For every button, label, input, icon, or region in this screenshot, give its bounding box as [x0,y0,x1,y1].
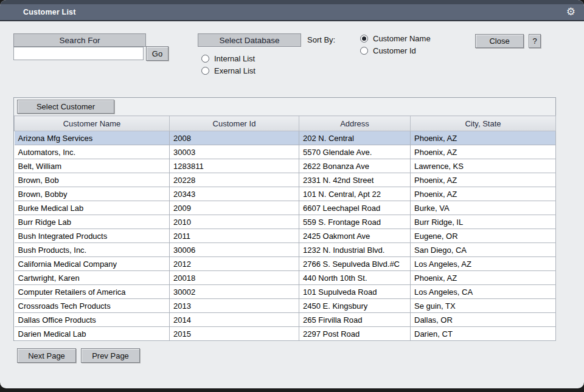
go-button[interactable]: Go [146,46,169,61]
table-cell[interactable]: Arizona Mfg Services [15,131,170,145]
table-row[interactable]: Computer Retailers of America30002101 Su… [15,285,556,299]
select-customer-button[interactable]: Select Customer [17,100,114,114]
table-cell[interactable]: San Diego, CA [411,243,556,257]
table-row[interactable]: Burke Medical Lab20096607 Leechapel Road… [15,201,556,215]
table-row[interactable]: California Medical Company20122766 S. Se… [15,257,556,271]
next-page-button[interactable]: Next Page [17,348,76,363]
table-cell[interactable]: Burke Medical Lab [15,201,170,215]
table-cell[interactable]: California Medical Company [15,257,170,271]
table-cell[interactable]: Bush Products, Inc. [15,243,170,257]
table-cell[interactable]: 101 N. Central, Apt 22 [299,187,411,201]
table-cell[interactable]: Eugene, OR [411,229,556,243]
table-row[interactable]: Cartwright, Karen20018440 North 10th St.… [15,271,556,285]
table-cell[interactable]: 2010 [170,215,299,229]
table-cell[interactable]: 1283811 [170,159,299,173]
table-cell[interactable]: 2009 [170,201,299,215]
table-cell[interactable]: Lawrence, KS [411,159,556,173]
table-cell[interactable]: Brown, Bobby [15,187,170,201]
table-header-row: Customer NameCustomer IdAddressCity, Sta… [15,116,556,131]
table-cell[interactable]: 440 North 10th St. [299,271,411,285]
column-header[interactable]: Address [299,116,411,131]
database-option-label: Internal List [214,54,255,63]
table-cell[interactable]: 559 S. Frontage Road [299,215,411,229]
sort-option-customer-id[interactable]: Customer Id [360,44,431,57]
table-cell[interactable]: 2014 [170,313,299,327]
table-cell[interactable]: Los Angeles, AZ [411,257,556,271]
table-cell[interactable]: 30006 [170,243,299,257]
titlebar-top-strip [0,0,584,4]
table-cell[interactable]: 30003 [170,145,299,159]
table-row[interactable]: Dallas Office Products2014265 Firvilla R… [15,313,556,327]
table-cell[interactable]: Dallas Office Products [15,313,170,327]
next-page-label: Next Page [28,351,65,360]
search-input[interactable] [13,47,144,60]
table-row[interactable]: Belt, William12838112622 Bonanza AveLawr… [15,159,556,173]
table-cell[interactable]: Phoenix, AZ [411,271,556,285]
table-row[interactable]: Bush Products, Inc.300061232 N. Industri… [15,243,556,257]
table-cell[interactable]: 2012 [170,257,299,271]
help-button[interactable]: ? [529,34,541,48]
column-header[interactable]: Customer Id [170,116,299,131]
table-cell[interactable]: 2015 [170,327,299,341]
table-cell[interactable]: Se guin, TX [411,299,556,313]
table-cell[interactable]: 2766 S. Sepulveda Blvd.#C [299,257,411,271]
database-option-internal-list[interactable]: Internal List [201,52,255,64]
table-cell[interactable]: 2425 Oakmont Ave [299,229,411,243]
table-cell[interactable]: 2011 [170,229,299,243]
table-cell[interactable]: 5570 Glendale Ave. [299,145,411,159]
table-row[interactable]: Bush Integrated Products20112425 Oakmont… [15,229,556,243]
table-row[interactable]: Crossroads Tech Products20132450 E. King… [15,299,556,313]
table-cell[interactable]: 2622 Bonanza Ave [299,159,411,173]
prev-page-button[interactable]: Prev Page [81,348,140,363]
select-database-button[interactable]: Select Database [198,33,301,47]
table-cell[interactable]: 2297 Post Road [299,327,411,341]
table-row[interactable]: Brown, Bob202282331 N. 42nd StreetPhoeni… [15,173,556,187]
select-customer-label: Select Customer [36,102,95,111]
table-cell[interactable]: Automators, Inc. [15,145,170,159]
table-cell[interactable]: Brown, Bob [15,173,170,187]
table-cell[interactable]: Phoenix, AZ [411,131,556,145]
table-cell[interactable]: 6607 Leechapel Road [299,201,411,215]
titlebar[interactable]: Customer List ⚙ [0,4,584,21]
table-cell[interactable]: Bush Integrated Products [15,229,170,243]
table-cell[interactable]: Computer Retailers of America [15,285,170,299]
table-cell[interactable]: Phoenix, AZ [411,173,556,187]
table-cell[interactable]: Darien Medical Lab [15,327,170,341]
table-cell[interactable]: 265 Firvilla Road [299,313,411,327]
table-row[interactable]: Brown, Bobby20343101 N. Central, Apt 22P… [15,187,556,201]
table-row[interactable]: Darien Medical Lab20152297 Post RoadDari… [15,327,556,341]
table-row[interactable]: Burr Ridge Lab2010559 S. Frontage RoadBu… [15,215,556,229]
table-cell[interactable]: Burr Ridge, IL [411,215,556,229]
table-cell[interactable]: 101 Supulveda Road [299,285,411,299]
table-cell[interactable]: 2008 [170,131,299,145]
gear-icon[interactable]: ⚙ [566,5,575,19]
table-cell[interactable]: 30002 [170,285,299,299]
table-cell[interactable]: 20228 [170,173,299,187]
table-row[interactable]: Automators, Inc.300035570 Glendale Ave.P… [15,145,556,159]
table-cell[interactable]: Burke, VA [411,201,556,215]
table-cell[interactable]: Phoenix, AZ [411,187,556,201]
table-cell[interactable]: 2013 [170,299,299,313]
table-cell[interactable]: Los Angeles, CA [411,285,556,299]
column-header[interactable]: City, State [411,116,556,131]
database-option-label: Exernal List [214,66,255,75]
table-cell[interactable]: Crossroads Tech Products [15,299,170,313]
sort-option-customer-name[interactable]: Customer Name [360,32,431,44]
column-header[interactable]: Customer Name [15,116,170,131]
table-cell[interactable]: Burr Ridge Lab [15,215,170,229]
radio-icon [201,55,209,63]
table-cell[interactable]: Belt, William [15,159,170,173]
database-option-exernal-list[interactable]: Exernal List [201,64,255,77]
table-cell[interactable]: 20343 [170,187,299,201]
table-cell[interactable]: Cartwright, Karen [15,271,170,285]
close-button[interactable]: Close [475,34,524,48]
table-cell[interactable]: 20018 [170,271,299,285]
table-cell[interactable]: 202 N. Central [299,131,411,145]
table-cell[interactable]: Phoenix, AZ [411,145,556,159]
table-cell[interactable]: 1232 N. Industrial Blvd. [299,243,411,257]
table-cell[interactable]: 2331 N. 42nd Street [299,173,411,187]
table-cell[interactable]: Darien, CT [411,327,556,341]
table-cell[interactable]: Dallas, OR [411,313,556,327]
table-cell[interactable]: 2450 E. Kingsbury [299,299,411,313]
table-row[interactable]: Arizona Mfg Services2008202 N. CentralPh… [15,131,556,145]
